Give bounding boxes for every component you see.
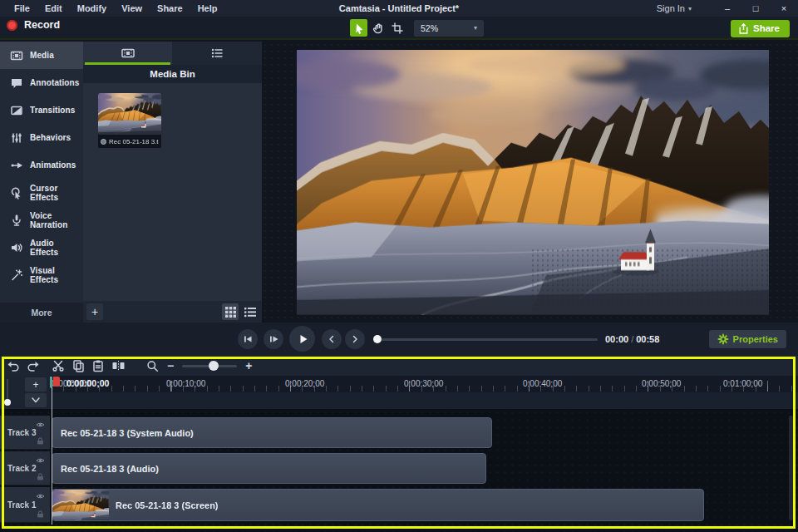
more-label: More xyxy=(31,308,52,318)
zoom-in-button[interactable]: + xyxy=(245,357,252,374)
sign-in-button[interactable]: Sign In xyxy=(657,3,685,13)
add-media-button[interactable]: + xyxy=(86,303,103,320)
timeline-zoom-slider[interactable] xyxy=(182,365,237,367)
jump-to-start-button[interactable] xyxy=(238,329,258,349)
minimize-button[interactable]: – xyxy=(713,0,741,17)
menu-file[interactable]: File xyxy=(7,0,37,17)
track-height-slider[interactable] xyxy=(7,379,8,401)
list-view-button[interactable] xyxy=(242,303,259,320)
menu-edit[interactable]: Edit xyxy=(37,0,70,17)
magnifier-icon xyxy=(146,360,159,372)
zoom-slider-knob[interactable] xyxy=(209,361,219,371)
current-time: 00:00 xyxy=(605,334,628,344)
scissors-icon xyxy=(52,359,65,372)
film-tab-icon xyxy=(121,47,135,60)
split-button[interactable] xyxy=(108,357,128,375)
clip-label: Rec 05-21-18 3 (System Audio) xyxy=(52,428,194,438)
preview-canvas[interactable] xyxy=(297,50,769,315)
sidebar-item-visual-effects[interactable]: Visual Effects xyxy=(0,261,83,288)
redo-button[interactable] xyxy=(23,357,43,375)
play-button[interactable] xyxy=(289,326,315,352)
transitions-icon xyxy=(10,104,23,117)
collapse-tracks-button[interactable] xyxy=(25,393,47,407)
undo-button[interactable] xyxy=(3,357,23,375)
sidebar-item-animations[interactable]: Animations xyxy=(0,151,83,179)
sidebar-item-label: Audio Effects xyxy=(30,239,83,257)
clip-screen[interactable]: Rec 05-21-18 3 (Screen) xyxy=(52,489,704,521)
media-panel-bottom-bar: + xyxy=(83,301,262,323)
lock-icon[interactable] xyxy=(37,473,44,480)
lock-icon[interactable] xyxy=(37,437,44,445)
sidebar: Media Annotations Transitions Behaviors … xyxy=(0,42,83,323)
play-icon xyxy=(296,332,309,346)
step-forward-button[interactable] xyxy=(264,329,283,349)
crop-icon xyxy=(391,22,404,35)
scrubber-track[interactable] xyxy=(382,338,598,341)
track-height-knob[interactable] xyxy=(4,399,11,406)
properties-button[interactable]: Properties xyxy=(709,330,786,348)
eye-icon[interactable] xyxy=(36,421,45,428)
preview-image xyxy=(297,50,769,315)
record-button[interactable]: Record xyxy=(7,19,60,31)
pan-tool-button[interactable] xyxy=(369,19,387,37)
crop-tool-button[interactable] xyxy=(388,19,406,37)
sidebar-item-media[interactable]: Media xyxy=(0,42,83,69)
menu-view[interactable]: View xyxy=(114,0,150,17)
cut-button[interactable] xyxy=(48,357,68,375)
scrubber-handle[interactable] xyxy=(373,335,382,343)
maximize-button[interactable]: □ xyxy=(741,0,770,17)
menu-share[interactable]: Share xyxy=(150,0,190,17)
track-name: Track 2 xyxy=(7,464,36,473)
media-item-label-row: Rec 05-21-18 3.tr... xyxy=(98,135,161,148)
track-row: Rec 05-21-18 3 (System Audio) Track 3 xyxy=(0,416,798,450)
cursor-tool-button[interactable] xyxy=(350,19,367,37)
zoom-out-button[interactable]: − xyxy=(167,357,174,374)
grid-view-button[interactable] xyxy=(222,303,239,320)
selection-out-handle[interactable] xyxy=(53,377,60,387)
share-button[interactable]: Share xyxy=(731,20,790,37)
titlebar-right: Sign In ▾ – □ × xyxy=(657,0,798,17)
menu-modify[interactable]: Modify xyxy=(70,0,114,17)
chevron-left-icon xyxy=(326,333,337,345)
eye-icon[interactable] xyxy=(36,493,45,500)
time-ruler[interactable] xyxy=(50,392,798,409)
track-header: Track 2 xyxy=(0,451,50,485)
paste-button[interactable] xyxy=(88,357,108,375)
sidebar-item-behaviors[interactable]: Behaviors xyxy=(0,124,83,151)
clip-audio[interactable]: Rec 05-21-18 3 (Audio) xyxy=(52,453,486,484)
sidebar-more-button[interactable]: More xyxy=(0,303,83,323)
copy-button[interactable] xyxy=(68,357,88,375)
playhead-time: 0:00:00;00 xyxy=(66,378,109,388)
media-item-name: Rec 05-21-18 3.tr... xyxy=(109,138,159,145)
sidebar-item-voice-narration[interactable]: Voice Narration xyxy=(0,206,83,234)
media-panel-tabs xyxy=(83,42,262,65)
close-button[interactable]: × xyxy=(770,0,798,17)
timeline-scrollbar[interactable] xyxy=(789,416,793,520)
sidebar-item-audio-effects[interactable]: Audio Effects xyxy=(0,234,83,261)
previous-clip-button[interactable] xyxy=(322,329,342,349)
ruler-label: 0:01:00;00 xyxy=(723,379,762,388)
playhead-line[interactable] xyxy=(52,387,53,525)
lock-icon[interactable] xyxy=(37,510,44,518)
eye-icon[interactable] xyxy=(36,457,45,464)
clip-label: Rec 05-21-18 3 (Screen) xyxy=(109,500,219,510)
track-area: Rec 05-21-18 3 (System Audio) Track 3 Re… xyxy=(0,409,798,532)
track-row: Rec 05-21-18 3 (Audio) Track 2 xyxy=(0,451,798,485)
next-clip-button[interactable] xyxy=(345,329,365,349)
top-toolbar: Record 52% ▾ Share xyxy=(0,17,798,40)
tab-media-bin[interactable] xyxy=(83,42,172,65)
canvas-zoom-dropdown[interactable]: 52% ▾ xyxy=(414,20,484,37)
sidebar-item-cursor-effects[interactable]: Cursor Effects xyxy=(0,179,83,206)
track-name: Track 3 xyxy=(7,428,36,437)
add-track-button[interactable]: + xyxy=(25,377,47,392)
clip-system-audio[interactable]: Rec 05-21-18 3 (System Audio) xyxy=(52,417,492,448)
sidebar-item-annotations[interactable]: Annotations xyxy=(0,69,83,96)
menu-help[interactable]: Help xyxy=(190,0,225,17)
animations-icon xyxy=(10,159,23,172)
media-bin-item[interactable]: Rec 05-21-18 3.tr... xyxy=(98,93,161,148)
tab-library[interactable] xyxy=(172,42,261,65)
sidebar-item-transitions[interactable]: Transitions xyxy=(0,96,83,124)
total-time: 00:58 xyxy=(636,334,659,344)
list-tab-icon xyxy=(209,47,224,60)
sidebar-item-label: Annotations xyxy=(30,78,79,87)
